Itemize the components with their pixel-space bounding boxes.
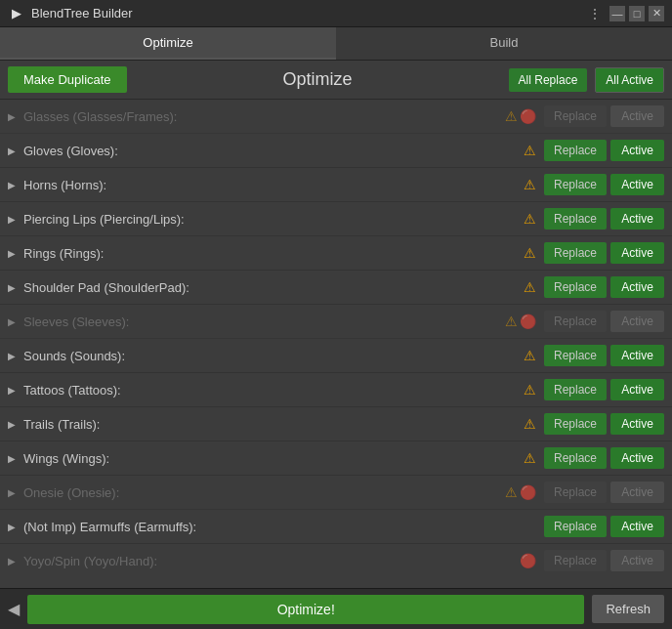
item-expand-icon[interactable]: ▶ [8, 351, 20, 361]
list-item: ▶Tattoos (Tattoos):⚠ReplaceActive [0, 373, 672, 407]
item-label: Piercing Lips (Piercing/Lips): [23, 212, 501, 227]
list-item: ▶(Not Imp) Earmuffs (Earmuffs):ReplaceAc… [0, 510, 672, 544]
replace-button[interactable]: Replace [544, 242, 607, 264]
list-item: ▶Piercing Lips (Piercing/Lips):⚠ReplaceA… [0, 202, 672, 236]
active-button[interactable]: Active [610, 242, 664, 264]
item-expand-icon[interactable]: ▶ [8, 556, 20, 566]
list-item: ▶Rings (Rings):⚠ReplaceActive [0, 236, 672, 271]
replace-button[interactable]: Replace [544, 482, 607, 503]
list-item: ▶Horns (Horns):⚠ReplaceActive [0, 168, 672, 202]
title-bar: ▶ BlendTree Builder ⋮ — □ ✕ [0, 0, 672, 27]
replace-button[interactable]: Replace [544, 105, 607, 127]
replace-button[interactable]: Replace [544, 550, 607, 571]
menu-dots[interactable]: ⋮ [588, 6, 602, 21]
replace-button[interactable]: Replace [544, 208, 607, 230]
item-icons: ⚠ [501, 416, 536, 432]
item-icons: ⚠ [501, 177, 536, 192]
list-item: ▶Shoulder Pad (ShoulderPad):⚠ReplaceActi… [0, 271, 672, 305]
item-label: Shoulder Pad (ShoulderPad): [23, 280, 501, 295]
item-label: (Not Imp) Earmuffs (Earmuffs): [23, 520, 501, 534]
replace-button[interactable]: Replace [544, 345, 607, 366]
warning-icon: ⚠ [524, 211, 536, 227]
item-icons: ⚠ [501, 279, 536, 295]
warning-icon: ⚠ [505, 314, 518, 329]
all-active-button[interactable]: All Active [595, 67, 664, 93]
item-expand-icon[interactable]: ▶ [8, 146, 20, 156]
make-duplicate-button[interactable]: Make Duplicate [8, 66, 127, 93]
item-label: Glasses (Glasses/Frames): [23, 109, 501, 124]
item-expand-icon[interactable]: ▶ [8, 282, 20, 293]
warning-icon: ⚠ [505, 108, 518, 124]
item-label: Tattoos (Tattoos): [23, 383, 501, 398]
item-icons: ⚠🔴 [501, 484, 536, 500]
item-expand-icon[interactable]: ▶ [8, 316, 20, 327]
item-expand-icon[interactable]: ▶ [8, 111, 20, 122]
item-expand-icon[interactable]: ▶ [8, 214, 20, 225]
maximize-button[interactable]: □ [629, 6, 645, 21]
active-button[interactable]: Active [610, 447, 664, 469]
item-expand-icon[interactable]: ▶ [8, 248, 20, 259]
tab-optimize[interactable]: Optimize [0, 27, 336, 60]
active-button[interactable]: Active [610, 208, 664, 230]
active-button[interactable]: Active [610, 174, 664, 195]
item-expand-icon[interactable]: ▶ [8, 180, 20, 190]
active-button[interactable]: Active [610, 276, 664, 298]
replace-button[interactable]: Replace [544, 379, 607, 400]
error-icon: 🔴 [520, 484, 536, 500]
replace-button[interactable]: Replace [544, 413, 607, 435]
active-button[interactable]: Active [610, 379, 664, 400]
item-icons: ⚠ [501, 211, 536, 227]
warning-icon: ⚠ [524, 177, 536, 192]
tab-build[interactable]: Build [336, 27, 672, 60]
item-expand-icon[interactable]: ▶ [8, 522, 20, 532]
replace-button[interactable]: Replace [544, 516, 607, 537]
list-item: ▶Sounds (Sounds):⚠ReplaceActive [0, 339, 672, 373]
title-bar-left: ▶ BlendTree Builder [8, 5, 133, 22]
active-button[interactable]: Active [610, 516, 664, 537]
active-button[interactable]: Active [610, 550, 664, 571]
list-item: ▶Gloves (Gloves):⚠ReplaceActive [0, 134, 672, 168]
replace-button[interactable]: Replace [544, 311, 607, 332]
replace-button[interactable]: Replace [544, 276, 607, 298]
item-icons: ⚠🔴 [501, 314, 536, 329]
refresh-button[interactable]: Refresh [592, 595, 664, 623]
item-expand-icon[interactable]: ▶ [8, 419, 20, 430]
active-button[interactable]: Active [610, 311, 664, 332]
minimize-button[interactable]: — [609, 6, 625, 21]
active-button[interactable]: Active [610, 345, 664, 366]
active-button[interactable]: Active [610, 413, 664, 435]
error-icon: 🔴 [520, 108, 536, 124]
active-button[interactable]: Active [610, 140, 664, 161]
back-arrow-icon[interactable]: ◀ [8, 600, 20, 618]
list-item: ▶Glasses (Glasses/Frames):⚠🔴ReplaceActiv… [0, 100, 672, 134]
list-item: ▶Sleeves (Sleeves):⚠🔴ReplaceActive [0, 305, 672, 339]
replace-button[interactable]: Replace [544, 174, 607, 195]
active-button[interactable]: Active [610, 482, 664, 503]
error-icon: 🔴 [520, 314, 536, 329]
active-button[interactable]: Active [610, 105, 664, 127]
all-replace-button[interactable]: All Replace [509, 68, 588, 92]
item-expand-icon[interactable]: ▶ [8, 385, 20, 396]
error-icon: 🔴 [520, 553, 536, 568]
item-label: Trails (Trails): [23, 417, 501, 432]
warning-icon: ⚠ [524, 143, 536, 158]
bottom-bar: ◀ Optimize! Refresh [0, 588, 672, 629]
list-item: ▶Trails (Trails):⚠ReplaceActive [0, 407, 672, 441]
optimize-button[interactable]: Optimize! [27, 595, 584, 624]
replace-button[interactable]: Replace [544, 140, 607, 161]
item-expand-icon[interactable]: ▶ [8, 453, 20, 464]
list-item: ▶Yoyo/Spin (Yoyo/Hand):🔴ReplaceActive [0, 544, 672, 572]
item-icons: ⚠🔴 [501, 108, 536, 124]
warning-icon: ⚠ [524, 245, 536, 261]
item-icons: 🔴 [501, 553, 536, 568]
item-label: Rings (Rings): [23, 246, 501, 261]
item-expand-icon[interactable]: ▶ [8, 487, 20, 498]
close-button[interactable]: ✕ [649, 6, 664, 21]
replace-button[interactable]: Replace [544, 447, 607, 469]
app-icon: ▶ [8, 5, 25, 22]
item-label: Horns (Horns): [23, 178, 501, 192]
title-bar-controls: ⋮ — □ ✕ [588, 6, 664, 21]
warning-icon: ⚠ [524, 348, 536, 363]
item-label: Sleeves (Sleeves): [23, 314, 501, 329]
warning-icon: ⚠ [524, 382, 536, 398]
